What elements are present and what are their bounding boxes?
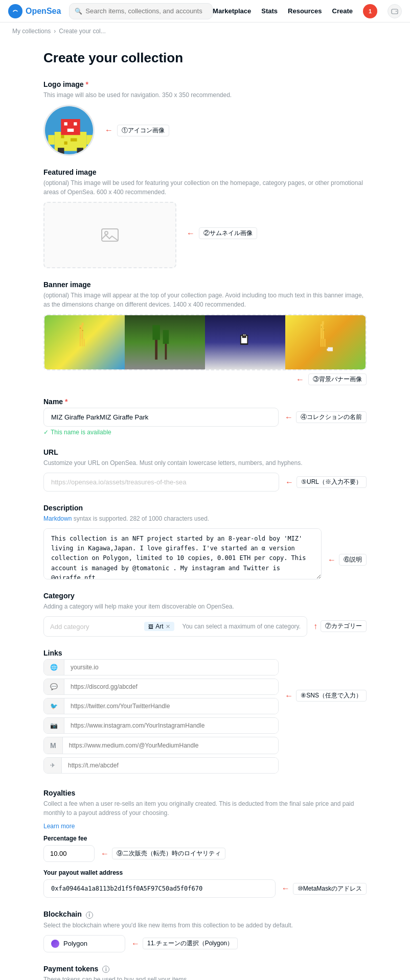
link-row-telegram: ✈ [43,757,279,774]
search-icon: 🔍 [75,8,82,15]
svg-rect-37 [322,321,324,325]
logo-desc: This image will also be used for navigat… [43,90,367,100]
description-textarea[interactable]: This collection is an NFT project starte… [43,528,322,579]
blockchain-section: Blockchain i Select the blockchain where… [43,910,367,952]
twitter-input[interactable] [64,698,278,714]
wallet-label: Your payout wallet address [43,869,367,876]
polygon-icon [51,940,59,948]
svg-rect-27 [152,325,160,340]
svg-rect-23 [84,339,85,346]
wallet-address-input[interactable] [43,879,276,898]
featured-annotation: ②サムネイル画像 [199,227,257,239]
discord-input[interactable] [64,679,278,694]
royalty-fee-input[interactable] [43,845,95,862]
logo-image-area[interactable] [43,105,95,156]
svg-rect-10 [48,135,55,145]
name-label: Name * [43,398,367,406]
svg-rect-25 [82,330,83,331]
notification-badge[interactable]: 1 [363,4,377,18]
svg-rect-14 [64,142,67,145]
desc-annotation: ⑥説明 [339,554,367,566]
banner-image-area[interactable] [43,314,367,370]
nav-marketplace[interactable]: Marketplace [213,7,251,15]
svg-rect-38 [321,328,322,339]
blockchain-annotation: 11.チェーンの選択（Polygon） [143,938,238,949]
nav-create[interactable]: Create [332,7,353,15]
royalties-desc: Collect a fee when a user re-sells an it… [43,799,367,818]
links-section: Links 🌐 💬 🐦 📷 [43,649,367,777]
markdown-link[interactable]: Markdown [43,515,72,522]
discord-icon: 💬 [44,679,64,694]
breadcrumb-parent[interactable]: My collections [12,28,51,35]
category-arrow: ↑ [313,622,317,631]
svg-rect-18 [82,322,84,325]
description-desc: Markdown syntax is supported. 282 of 100… [43,514,367,523]
svg-rect-40 [321,339,322,346]
nav-stats[interactable]: Stats [261,7,278,15]
opensea-icon [8,4,22,18]
featured-arrow: ← [187,229,195,238]
svg-rect-33 [243,335,244,336]
links-label: Links [43,649,367,657]
brand-logo[interactable]: OpenSea [8,4,61,18]
svg-point-1 [14,10,15,11]
royalties-section: Royalties Collect a fee when a user re-s… [43,789,367,898]
breadcrumb: My collections › Create your col... [0,22,410,40]
url-arrow: ← [285,478,293,487]
banner-annotation: ③背景バナー画像 [308,374,367,385]
category-label: Category [43,592,367,600]
svg-rect-11 [86,135,93,145]
link-row-medium: M [43,737,279,754]
name-annotation: ④コレクションの名前 [296,411,367,423]
svg-rect-45 [328,347,333,352]
medium-input[interactable] [63,738,279,753]
navbar: OpenSea 🔍 Marketplace Stats Resources Cr… [0,0,410,22]
medium-icon: M [44,737,63,754]
featured-image-area[interactable] [43,202,176,268]
website-icon: 🌐 [44,660,64,675]
logo-label: Logo image * [43,80,367,88]
links-annotation: ⑧SNS（任意で入力） [296,690,367,702]
wallet-icon[interactable] [388,4,402,18]
category-tag-close[interactable]: ✕ [166,623,170,630]
name-input[interactable] [43,408,279,427]
banner-section: Banner image (optional) This image will … [43,281,367,385]
banner-arrow: ← [296,375,304,384]
blockchain-selector[interactable]: Polygon [43,935,125,952]
royalties-label: Royalties [43,789,367,797]
nav-resources[interactable]: Resources [288,7,322,15]
name-available: ✓ This name is available [43,429,367,436]
links-arrow: ← [285,691,293,701]
breadcrumb-current: Create your col... [59,28,105,35]
svg-rect-41 [323,339,324,346]
payment-tokens-desc: These tokens can be used to buy and sell… [43,975,367,980]
navbar-nav: Marketplace Stats Resources Create 1 [213,4,402,18]
search-input[interactable] [85,7,207,15]
website-input[interactable] [64,660,278,675]
svg-rect-8 [58,148,64,154]
logo-arrow: ← [105,126,113,135]
learn-more-link[interactable]: Learn more [43,823,367,830]
svg-rect-4 [61,119,80,135]
link-row-instagram: 📷 [43,717,279,734]
royalty-arrow: ← [101,849,109,858]
svg-rect-35 [244,336,245,336]
telegram-input[interactable] [62,758,278,773]
url-input[interactable] [43,473,279,492]
instagram-input[interactable] [64,718,278,733]
svg-rect-29 [163,330,169,344]
svg-point-0 [11,7,19,15]
svg-rect-13 [71,138,77,142]
blockchain-info-icon[interactable]: i [86,912,93,919]
name-arrow: ← [285,413,293,422]
svg-rect-43 [321,326,322,328]
desc-arrow: ← [328,555,336,565]
description-label: Description [43,504,367,512]
category-area[interactable]: Add category 🖼 Art ✕ You can select a ma… [43,616,307,637]
payment-info-icon[interactable]: i [102,966,109,973]
search-bar[interactable]: 🔍 [69,3,213,19]
image-placeholder [100,225,120,245]
art-icon: 🖼 [148,624,153,629]
payment-tokens-section: Payment tokens i These tokens can be use… [43,965,367,981]
url-label: URL [43,448,367,456]
